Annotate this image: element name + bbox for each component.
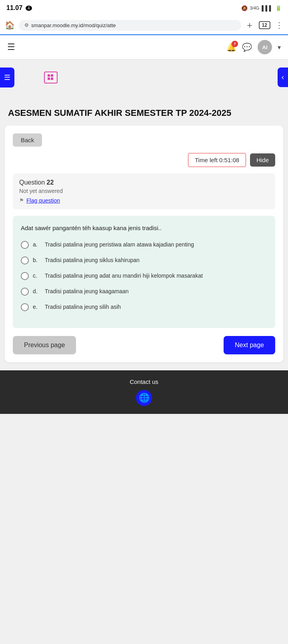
avatar-dropdown-icon[interactable]: ▾ (278, 44, 281, 51)
svg-rect-1 (51, 74, 53, 77)
navigation-buttons: Previous page Next page (13, 336, 275, 354)
left-sidebar-button[interactable]: ☰ (0, 68, 14, 87)
header-right: 🔔 7 💬 AI ▾ (226, 40, 281, 54)
chat-icon[interactable]: 💬 (242, 42, 252, 52)
radio-option-b[interactable] (21, 256, 29, 264)
url-text: smanpar.moodle.my.id/mod/quiz/atte (31, 22, 116, 28)
user-avatar[interactable]: AI (258, 40, 272, 54)
hamburger-menu[interactable]: ☰ (7, 42, 15, 52)
timer-display: Time left 0:51:08 (188, 153, 246, 167)
quiz-card: Back Time left 0:51:08 Hide Question 22 … (5, 125, 283, 363)
flag-icon: ⚑ (19, 197, 24, 203)
list-item: e. Tradisi patalina jeung silih asih (21, 303, 267, 311)
status-notification-badge: 4 (26, 6, 32, 11)
option-text-a: Tradisi patalina jeung peristiwa alam at… (45, 241, 194, 249)
notification-button[interactable]: 🔔 7 (226, 42, 236, 52)
svg-rect-2 (48, 78, 50, 80)
question-text: Adat sawér pangantén téh kaasup kana jen… (21, 224, 267, 233)
radio-option-c[interactable] (21, 272, 29, 280)
option-label-d: d. (33, 287, 41, 296)
option-label-a: a. (33, 241, 41, 249)
question-info-box: Question 22 Not yet answered ⚑ Flag ques… (13, 173, 275, 209)
status-time: 11.07 (6, 4, 22, 12)
svg-rect-3 (51, 78, 53, 80)
app-header: ☰ 🔔 7 💬 AI ▾ (0, 35, 288, 60)
question-status: Not yet answered (19, 188, 269, 194)
secure-icon: ⚙ (24, 22, 29, 28)
page-title: ASESMEN SUMATIF AKHIR SEMESTER TP 2024-2… (8, 107, 280, 119)
question-number: Question 22 (19, 179, 269, 186)
radio-option-e[interactable] (21, 303, 29, 311)
chevron-left-icon: ‹ (282, 73, 284, 81)
status-bar: 11.07 4 🔕 3/4G ▌▌▌ 🔋 (0, 0, 288, 16)
question-number-value: 22 (47, 179, 54, 186)
option-text-b: Tradisi patalina jeung siklus kahirupan (45, 256, 140, 264)
option-text-d: Tradisi patalina jeung kaagamaan (45, 287, 129, 296)
quiz-grid-icon[interactable] (44, 72, 58, 83)
more-menu-button[interactable]: ⋮ (275, 20, 283, 30)
add-tab-button[interactable]: ＋ (245, 19, 254, 31)
radio-option-d[interactable] (21, 288, 29, 296)
option-label-e: e. (33, 303, 41, 311)
flag-question-link[interactable]: Flag question (26, 197, 60, 204)
tab-count[interactable]: 12 (259, 21, 270, 29)
option-text-c: Tradisi patalina jeung adat anu mandiri … (45, 272, 203, 280)
right-collapse-button[interactable]: ‹ (278, 68, 288, 87)
option-label-c: c. (33, 272, 41, 280)
list-item: b. Tradisi patalina jeung siklus kahirup… (21, 256, 267, 264)
back-button[interactable]: Back (13, 133, 42, 147)
hide-timer-button[interactable]: Hide (250, 153, 275, 167)
home-icon[interactable]: 🏠 (5, 20, 15, 30)
signal-icon: 3/4G (250, 6, 260, 10)
browser-bar: 🏠 ⚙ smanpar.moodle.my.id/mod/quiz/atte ＋… (0, 16, 288, 35)
answer-options: a. Tradisi patalina jeung peristiwa alam… (21, 241, 267, 311)
timer-row: Time left 0:51:08 Hide (13, 153, 275, 167)
browser-actions: ＋ 12 ⋮ (245, 19, 283, 31)
option-text-e: Tradisi patalina jeung silih asih (45, 303, 121, 311)
svg-rect-0 (48, 74, 50, 77)
notification-badge: 7 (232, 41, 238, 47)
footer-contact-label: Contact us (8, 378, 280, 385)
content-area: ☰ ‹ ASESMEN SUMATIF AKHIR SEMESTER TP 20… (0, 60, 288, 362)
next-page-button[interactable]: Next page (224, 336, 275, 354)
page-title-container: ASESMEN SUMATIF AKHIR SEMESTER TP 2024-2… (0, 83, 288, 125)
radio-option-a[interactable] (21, 241, 29, 249)
mute-icon: 🔕 (241, 5, 248, 11)
list-item: c. Tradisi patalina jeung adat anu mandi… (21, 272, 267, 280)
footer: Contact us 🌐 (0, 370, 288, 414)
wifi-icon: ▌▌▌ (262, 5, 273, 11)
list-icon: ☰ (4, 74, 10, 81)
question-content: Adat sawér pangantén téh kaasup kana jen… (13, 216, 275, 328)
flag-row: ⚑ Flag question (19, 197, 269, 204)
list-item: a. Tradisi patalina jeung peristiwa alam… (21, 241, 267, 249)
battery-icon: 🔋 (275, 5, 282, 11)
option-label-b: b. (33, 256, 41, 264)
previous-page-button[interactable]: Previous page (13, 336, 76, 354)
globe-icon[interactable]: 🌐 (136, 390, 152, 406)
list-item: d. Tradisi patalina jeung kaagamaan (21, 287, 267, 296)
url-bar[interactable]: ⚙ smanpar.moodle.my.id/mod/quiz/atte (19, 20, 241, 31)
status-icons: 🔕 3/4G ▌▌▌ 🔋 (241, 5, 282, 11)
